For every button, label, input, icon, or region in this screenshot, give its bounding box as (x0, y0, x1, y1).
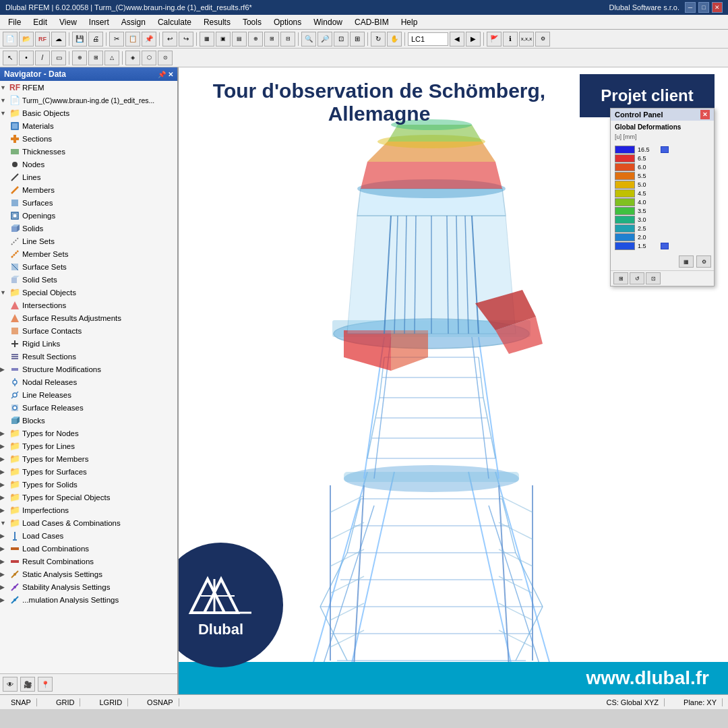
menu-file[interactable]: File (3, 16, 26, 28)
nav-item-imperfections[interactable]: ▶ 📁 Imperfections (0, 504, 177, 516)
nav-item-surface-results[interactable]: Surface Results Adjustments (0, 311, 177, 324)
lc-prev[interactable]: ◀ (450, 32, 464, 47)
nav-item-result-sections[interactable]: Result Sections (0, 350, 177, 363)
nav-item-simulation-settings[interactable]: ▶ ...mulation Analysis Settings (0, 593, 177, 606)
nav-pin[interactable]: 📌 (158, 71, 166, 78)
nav-item-solidsets[interactable]: Solid Sets (0, 273, 177, 286)
tb-info[interactable]: ℹ (503, 32, 518, 47)
nav-item-lines[interactable]: Lines (0, 171, 177, 183)
tb-save[interactable]: 💾 (72, 32, 87, 47)
tb2-line[interactable]: / (35, 51, 50, 65)
nav-item-load-combinations[interactable]: ▶ Load Combinations (0, 542, 177, 555)
tb-extra1[interactable]: x,x,x (519, 32, 534, 47)
menu-options[interactable]: Options (268, 16, 307, 28)
status-snap[interactable]: SNAP (5, 698, 37, 706)
tb-pan[interactable]: ✋ (387, 32, 402, 47)
nav-close[interactable]: ✕ (168, 71, 173, 78)
maximize-button[interactable]: □ (698, 2, 709, 13)
cp-toolbar-btn3[interactable]: ⊡ (646, 272, 661, 284)
status-grid[interactable]: GRID (51, 698, 81, 706)
tb-rfem[interactable]: RF (35, 32, 50, 47)
menu-help[interactable]: Help (396, 16, 423, 28)
nav-item-solids[interactable]: Solids (0, 222, 177, 235)
nav-item-line-releases[interactable]: Line Releases (0, 388, 177, 401)
tb-btn3[interactable]: ▤ (232, 32, 247, 47)
nav-item-rfem[interactable]: ▼ RF RFEM (0, 81, 177, 94)
nav-item-openings[interactable]: Openings (0, 209, 177, 222)
nav-item-types-special[interactable]: ▶ 📁 Types for Special Objects (0, 491, 177, 504)
tb-extra2[interactable]: ⚙ (535, 32, 550, 47)
menu-view[interactable]: View (54, 16, 82, 28)
nav-item-basic[interactable]: ▼ 📁 Basic Objects (0, 107, 177, 119)
cp-btn-table[interactable]: ▦ (679, 255, 694, 268)
lc-next[interactable]: ▶ (466, 32, 481, 47)
menu-insert[interactable]: Insert (84, 16, 115, 28)
menu-results[interactable]: Results (198, 16, 236, 28)
nav-item-load-cases-combo[interactable]: ▼ 📁 Load Cases & Combinations (0, 516, 177, 529)
tb-new[interactable]: 📄 (3, 32, 18, 47)
tb-zoom-in[interactable]: 🔍 (301, 32, 316, 47)
tb2-extra[interactable]: ⊙ (158, 51, 173, 65)
nav-item-rigid[interactable]: Rigid Links (0, 337, 177, 350)
nav-item-struct-mod[interactable]: ▶ Structure Modifications (0, 363, 177, 375)
tb2-wireframe[interactable]: ⬡ (142, 51, 156, 65)
cp-btn-settings[interactable]: ⚙ (696, 255, 711, 268)
status-osnap[interactable]: OSNAP (142, 698, 179, 706)
tb2-surface[interactable]: ▭ (51, 51, 66, 65)
tb2-snap3[interactable]: △ (104, 51, 119, 65)
nav-item-blocks[interactable]: Blocks (0, 414, 177, 427)
nav-btn-view[interactable]: 👁 (3, 677, 18, 692)
nav-item-special[interactable]: ▼ 📁 Special Objects (0, 286, 177, 299)
menu-assign[interactable]: Assign (116, 16, 151, 28)
nav-item-surfacesets[interactable]: Surface Sets (0, 260, 177, 273)
nav-item-linesets[interactable]: Line Sets (0, 235, 177, 247)
nav-item-surface-releases[interactable]: Surface Releases (0, 401, 177, 414)
cp-toolbar-btn1[interactable]: ⊞ (613, 272, 628, 284)
tb-flag[interactable]: 🚩 (487, 32, 502, 47)
tb-btn2[interactable]: ▣ (216, 32, 231, 47)
tb-btn6[interactable]: ⊟ (280, 32, 295, 47)
nav-item-sections[interactable]: Sections (0, 132, 177, 145)
tb-zoom-ext[interactable]: ⊞ (350, 32, 365, 47)
nav-item-thicknesses[interactable]: Thicknesses (0, 145, 177, 158)
tb-zoom-fit[interactable]: ⊡ (334, 32, 348, 47)
nav-item-types-lines[interactable]: ▶ 📁 Types for Lines (0, 439, 177, 452)
tb-redo[interactable]: ↪ (179, 32, 193, 47)
nav-item-result-combinations[interactable]: ▶ Result Combinations (0, 555, 177, 568)
menu-tools[interactable]: Tools (237, 16, 267, 28)
tb-cloud[interactable]: ☁ (51, 32, 66, 47)
nav-item-members[interactable]: Members (0, 183, 177, 196)
nav-item-types-surfaces[interactable]: ▶ 📁 Types for Surfaces (0, 465, 177, 478)
nav-item-nodes[interactable]: Nodes (0, 158, 177, 171)
tb-paste[interactable]: 📌 (142, 32, 156, 47)
nav-item-surfaces[interactable]: Surfaces (0, 196, 177, 209)
status-lgrid[interactable]: LGRID (94, 698, 128, 706)
minimize-button[interactable]: ─ (685, 2, 696, 13)
menu-window[interactable]: Window (308, 16, 348, 28)
menu-edit[interactable]: Edit (28, 16, 53, 28)
nav-item-static-settings[interactable]: ▶ Static Analysis Settings (0, 568, 177, 580)
tb-print[interactable]: 🖨 (88, 32, 103, 47)
tb-copy[interactable]: 📋 (125, 32, 140, 47)
nav-item-materials[interactable]: Materials (0, 119, 177, 132)
nav-item-surface-contacts[interactable]: Surface Contacts (0, 324, 177, 337)
nav-item-types-nodes[interactable]: ▶ 📁 Types for Nodes (0, 427, 177, 439)
tb-open[interactable]: 📂 (19, 32, 34, 47)
tb-rotate[interactable]: ↻ (371, 32, 386, 47)
nav-item-types-solids[interactable]: ▶ 📁 Types for Solids (0, 478, 177, 491)
tb2-node[interactable]: • (19, 51, 34, 65)
nav-item-nodal-releases[interactable]: Nodal Releases (0, 375, 177, 388)
tb2-render[interactable]: ◈ (125, 51, 140, 65)
tb-zoom-out[interactable]: 🔎 (317, 32, 332, 47)
titlebar-controls[interactable]: ─ □ ✕ (685, 2, 723, 13)
nav-item-file[interactable]: ▼ 📄 Turm_(C)www.braun-ing.de (1)_edit_re… (0, 94, 177, 107)
tb-btn1[interactable]: ▦ (200, 32, 214, 47)
tb-cut[interactable]: ✂ (109, 32, 124, 47)
tb-undo[interactable]: ↩ (162, 32, 177, 47)
nav-item-intersections[interactable]: Intersections (0, 299, 177, 311)
tb2-select[interactable]: ↖ (3, 51, 18, 65)
close-button[interactable]: ✕ (712, 2, 723, 13)
nav-item-load-cases[interactable]: ▶ Load Cases (0, 529, 177, 542)
nav-item-stability-settings[interactable]: ▶ Stability Analysis Settings (0, 580, 177, 593)
nav-item-membersets[interactable]: Member Sets (0, 247, 177, 260)
